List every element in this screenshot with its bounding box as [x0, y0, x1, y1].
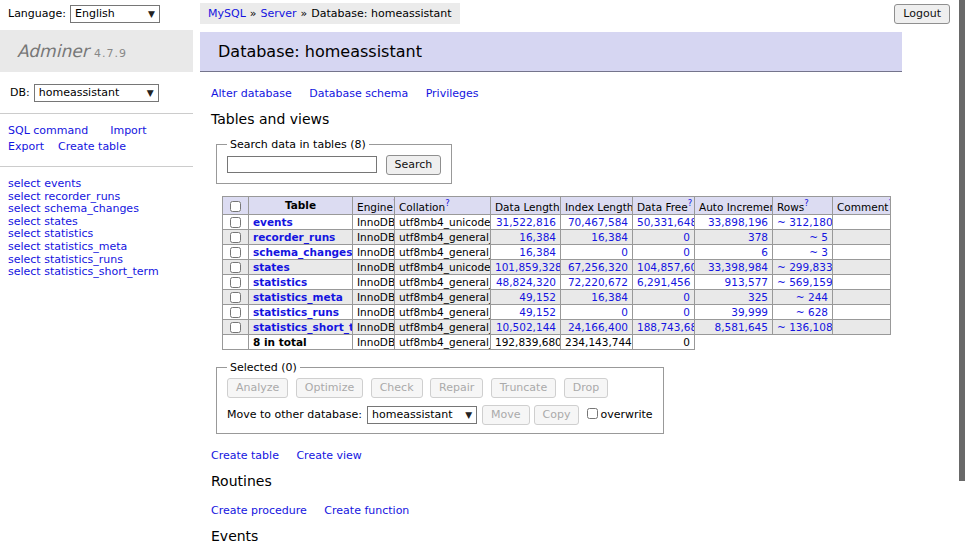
- data-free-link[interactable]: 188,743,680: [637, 321, 695, 333]
- create-function-link[interactable]: Create function: [324, 504, 409, 517]
- sidebar-select-statistics-meta[interactable]: select statistics_meta: [8, 241, 200, 254]
- row-checkbox[interactable]: [230, 307, 241, 318]
- index-length-link[interactable]: 24,166,400: [568, 321, 628, 333]
- table-row: statistics InnoDB utf8mb4_general_ci 48,…: [223, 274, 891, 289]
- analyze-button[interactable]: Analyze: [227, 378, 288, 398]
- db-label: DB:: [10, 86, 30, 99]
- auto-increment-link[interactable]: 33,898,196: [708, 216, 768, 228]
- data-length-link[interactable]: 16,384: [519, 231, 556, 243]
- table-link[interactable]: statistics_meta: [253, 291, 343, 303]
- table-link[interactable]: states: [253, 261, 290, 273]
- sidebar-table-list: select events select recorder_runs selec…: [0, 167, 200, 279]
- table-link[interactable]: recorder_runs: [253, 231, 335, 243]
- breadcrumb-server-link[interactable]: Server: [261, 7, 297, 20]
- check-button[interactable]: Check: [371, 378, 423, 398]
- logout-button[interactable]: Logout: [894, 4, 950, 24]
- sidebar-export-link[interactable]: Export: [8, 140, 44, 153]
- col-header-engine: Engine?: [353, 197, 395, 215]
- column-help-link[interactable]: ?: [888, 198, 890, 208]
- data-free-link[interactable]: 0: [683, 291, 690, 303]
- row-checkbox[interactable]: [230, 217, 241, 228]
- sidebar-select-schema-changes[interactable]: select schema_changes: [8, 203, 200, 216]
- data-length-link[interactable]: 49,152: [519, 291, 556, 303]
- auto-increment-link[interactable]: 378: [748, 231, 768, 243]
- data-length-link[interactable]: 31,522,816: [496, 216, 556, 228]
- rows-count-link[interactable]: ~ 299,833: [777, 261, 833, 273]
- data-free-link[interactable]: 50,331,648: [637, 216, 695, 228]
- language-select[interactable]: English▼: [70, 5, 160, 23]
- create-view-link[interactable]: Create view: [296, 449, 361, 462]
- data-length-link[interactable]: 10,502,144: [496, 321, 556, 333]
- alter-database-link[interactable]: Alter database: [211, 87, 292, 100]
- data-free-link[interactable]: 0: [683, 306, 690, 318]
- auto-increment-link[interactable]: 325: [748, 291, 768, 303]
- auto-increment-link[interactable]: 6: [761, 246, 768, 258]
- move-database-select[interactable]: homeassistant▼: [367, 406, 477, 424]
- row-checkbox[interactable]: [230, 322, 241, 333]
- data-length-link[interactable]: 16,384: [519, 246, 556, 258]
- move-button[interactable]: Move: [482, 405, 530, 425]
- repair-button[interactable]: Repair: [430, 378, 483, 398]
- table-link[interactable]: statistics_short_term: [253, 321, 353, 333]
- rows-count-link[interactable]: ~ 312,180: [777, 216, 833, 228]
- column-help-link[interactable]: ?: [804, 198, 809, 208]
- auto-increment-link[interactable]: 39,999: [731, 306, 768, 318]
- breadcrumb-mysql-link[interactable]: MySQL: [208, 7, 246, 20]
- data-free-link[interactable]: 6,291,456: [637, 276, 690, 288]
- sidebar-select-statistics-short-term[interactable]: select statistics_short_term: [8, 266, 200, 279]
- create-procedure-link[interactable]: Create procedure: [211, 504, 307, 517]
- sidebar-import-link[interactable]: Import: [110, 124, 147, 137]
- vertical-scrollbar[interactable]: [956, 0, 966, 543]
- search-input[interactable]: [227, 156, 377, 173]
- index-length-link[interactable]: 16,384: [591, 291, 628, 303]
- scrollbar-thumb[interactable]: [959, 0, 965, 481]
- db-select[interactable]: homeassistant▼: [34, 84, 159, 102]
- rows-count-link[interactable]: ~ 569,159: [777, 276, 833, 288]
- rows-count-link[interactable]: ~ 628: [796, 306, 828, 318]
- table-header-row: Table Engine? Collation? Data Length? In…: [223, 197, 891, 215]
- row-checkbox[interactable]: [230, 262, 241, 273]
- data-length-link[interactable]: 101,859,328: [495, 261, 561, 273]
- rows-count-link[interactable]: ~ 5: [809, 231, 828, 243]
- search-button[interactable]: Search: [386, 155, 442, 175]
- sidebar-create-table-link[interactable]: Create table: [58, 140, 126, 153]
- index-length-link[interactable]: 0: [621, 246, 628, 258]
- auto-increment-link[interactable]: 33,398,984: [708, 261, 768, 273]
- create-table-link[interactable]: Create table: [211, 449, 279, 462]
- row-checkbox[interactable]: [230, 247, 241, 258]
- auto-increment-link[interactable]: 913,577: [725, 276, 768, 288]
- rows-count-link[interactable]: ~ 3: [809, 246, 828, 258]
- table-link[interactable]: schema_changes: [253, 246, 353, 258]
- optimize-button[interactable]: Optimize: [296, 378, 363, 398]
- table-link[interactable]: statistics: [253, 276, 307, 288]
- column-help-link[interactable]: ?: [688, 198, 693, 208]
- drop-button[interactable]: Drop: [564, 378, 608, 398]
- row-checkbox[interactable]: [230, 292, 241, 303]
- data-free-link[interactable]: 0: [683, 231, 690, 243]
- index-length-link[interactable]: 72,220,672: [568, 276, 628, 288]
- data-length-link[interactable]: 48,824,320: [496, 276, 556, 288]
- rows-count-link[interactable]: ~ 244: [796, 291, 828, 303]
- index-length-link[interactable]: 16,384: [591, 231, 628, 243]
- sidebar-sql-command-link[interactable]: SQL command: [8, 124, 88, 137]
- row-checkbox[interactable]: [230, 277, 241, 288]
- table-link[interactable]: events: [253, 216, 293, 228]
- index-length-link[interactable]: 0: [621, 306, 628, 318]
- data-free-link[interactable]: 0: [683, 246, 690, 258]
- row-checkbox[interactable]: [230, 232, 241, 243]
- data-length-link[interactable]: 49,152: [519, 306, 556, 318]
- copy-button[interactable]: Copy: [534, 405, 580, 425]
- auto-increment-link[interactable]: 8,581,645: [715, 321, 768, 333]
- overwrite-checkbox[interactable]: [587, 408, 598, 419]
- rows-count-link[interactable]: ~ 136,108: [777, 321, 833, 333]
- index-length-link[interactable]: 67,256,320: [568, 261, 628, 273]
- table-link[interactable]: statistics_runs: [253, 306, 339, 318]
- select-all-checkbox[interactable]: [230, 201, 241, 212]
- database-schema-link[interactable]: Database schema: [309, 87, 408, 100]
- column-help-link[interactable]: ?: [445, 198, 450, 208]
- privileges-link[interactable]: Privileges: [426, 87, 479, 100]
- data-free-link[interactable]: 104,857,600: [637, 261, 695, 273]
- sidebar-select-events[interactable]: select events: [8, 178, 200, 191]
- truncate-button[interactable]: Truncate: [491, 378, 556, 398]
- index-length-link[interactable]: 70,467,584: [568, 216, 628, 228]
